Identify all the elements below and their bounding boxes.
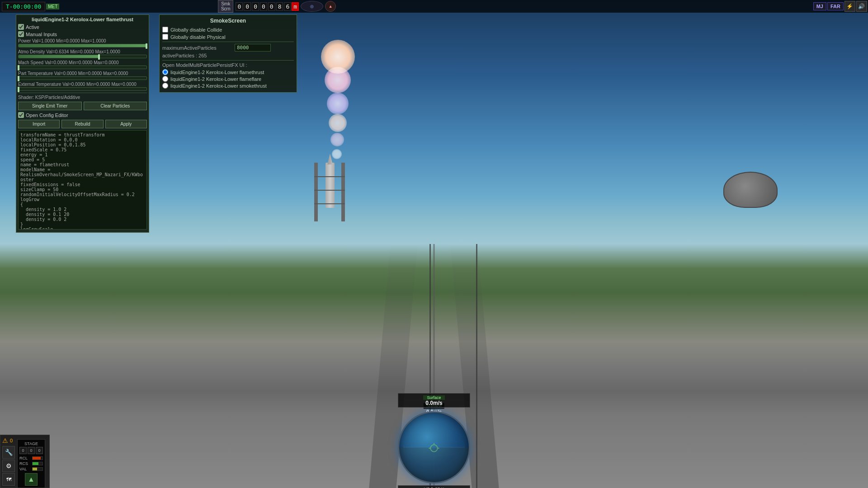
digit-6: 8 — [276, 2, 283, 11]
surface-mode-badge: Surface — [423, 395, 444, 400]
toolbar-icon-2[interactable]: 🔊 — [856, 1, 867, 12]
open-config-editor-label[interactable]: Open Config Editor — [18, 112, 68, 118]
warning-icon: ⚠ — [2, 437, 8, 444]
smk-scr-button[interactable]: Smk Scrn — [218, 0, 234, 13]
shader-label: Shader: KSP/Particles/Additive — [18, 95, 147, 100]
smoke-panel: SmokeScreen Globally disable Collide Glo… — [159, 14, 297, 93]
toolbar-icon-1[interactable]: ⚡ — [844, 1, 855, 12]
met-badge: MET — [46, 4, 59, 9]
smoke-divider-2 — [162, 60, 294, 61]
surface-speed: 0.0m/s — [398, 400, 470, 406]
active-checkbox-label[interactable]: Active — [18, 24, 39, 30]
resource-bar-val — [32, 467, 43, 471]
left-panel: liquidEngine1-2 Kerolox-Lower flamethrus… — [16, 14, 149, 233]
resource-bar-rcl — [32, 456, 43, 460]
active-particles-info: activeParticles : 265 — [162, 53, 294, 58]
max-particles-input[interactable] — [235, 44, 271, 52]
mach-speed-param-label: Mach Speed Val=0.0000 Min=0.0000 Max=0.0… — [18, 60, 147, 65]
nav-up-icon[interactable]: ▲ — [25, 473, 38, 486]
smoke-divider-1 — [162, 42, 294, 42]
digit-3: 0 — [252, 2, 259, 11]
top-bar: T-00:00:00 MET Smk Scrn 0 0 0 0 0 8 6 m … — [0, 0, 868, 13]
radio-flamethrust[interactable] — [162, 69, 168, 75]
power-slider[interactable] — [18, 44, 147, 47]
tool-icon-3[interactable]: 🗺 — [2, 473, 15, 486]
left-panel-title: liquidEngine1-2 Kerolox-Lower flamethrus… — [18, 17, 147, 22]
digit-4: 0 — [260, 2, 267, 11]
tool-icon-1[interactable]: 🔧 — [2, 446, 15, 459]
smoke-panel-title: SmokeScreen — [162, 18, 294, 24]
stage-num-2: 0 — [28, 447, 35, 454]
ext-temp-param-label: External Temperature Val=0.0000 Min=0.00… — [18, 82, 147, 87]
navball-sphere — [398, 411, 470, 483]
digit-2: 0 — [244, 2, 251, 11]
resource-bar-rcs — [32, 462, 43, 465]
digit-1: 0 — [236, 2, 243, 11]
warning-count: 0 — [10, 438, 13, 443]
part-temp-param-label: Part Temperature Val=0.0000 Min=0.0000 M… — [18, 71, 147, 76]
globally-disable-physical-checkbox[interactable] — [162, 34, 168, 40]
digit-5: 0 — [268, 2, 275, 11]
power-param-label: Power Val=1.0000 Min=0.0000 Max=1.0000 — [18, 38, 147, 43]
stage-label: STAGE — [19, 441, 43, 446]
ext-temp-slider[interactable] — [18, 87, 147, 91]
fuel-tank — [723, 172, 778, 208]
atmo-density-param-label: Atmo Density Val=0.6334 Min=0.0000 Max=1… — [18, 49, 147, 54]
clear-particles-button[interactable]: Clear Particles — [84, 102, 147, 110]
open-config-label: Open Config Editor — [26, 113, 68, 118]
rebuild-button[interactable]: Rebuild — [61, 120, 103, 128]
active-label: Active — [26, 24, 39, 30]
apply-button[interactable]: Apply — [105, 120, 147, 128]
tool-icon-2[interactable]: ⚙ — [2, 460, 15, 472]
resource-label-rcl: RCL — [19, 456, 32, 460]
altitude-gauge: ▲ — [325, 1, 336, 12]
launch-structure — [307, 163, 353, 235]
open-config-editor-checkbox[interactable] — [18, 112, 24, 118]
counter-display: 0 0 0 0 0 8 6 m — [235, 2, 299, 11]
max-particles-label: maximumActiveParticles — [162, 45, 235, 51]
atmo-density-slider[interactable] — [18, 55, 147, 58]
far-badge[interactable]: FAR — [827, 2, 844, 10]
radio-flamethrust-label: liquidEngine1-2 Kerolox-Lower flamethrus… — [170, 70, 264, 75]
radio-smokethrust[interactable] — [162, 83, 168, 89]
globally-disable-physical-label: Globally disable Physical — [170, 34, 226, 40]
import-button[interactable]: Import — [18, 120, 60, 128]
nav-ball: Surface 0.0m/s — [398, 411, 470, 483]
part-temp-slider[interactable] — [18, 76, 147, 80]
radio-flameflare-label: liquidEngine1-2 Kerolox-Lower flameflare — [170, 76, 261, 82]
manual-inputs-checkbox[interactable] — [18, 31, 24, 37]
single-emit-timer-button[interactable]: Single Emit Timer — [18, 102, 82, 110]
radio-flameflare[interactable] — [162, 76, 168, 82]
config-text-area[interactable]: transformName = thrustTransform localRot… — [18, 130, 147, 230]
stage-num-3: 0 — [36, 447, 43, 454]
globally-disable-collide-label: Globally disable Collide — [170, 27, 222, 33]
open-model-label: Open ModelMultiParticlePersistFX UI : — [162, 62, 294, 68]
divider-1 — [18, 93, 147, 93]
radio-smokethrust-label: liquidEngine1-2 Kerolox-Lower smokethrus… — [170, 83, 267, 89]
digit-7: 6 — [284, 2, 291, 11]
mj-badge[interactable]: MJ — [813, 2, 826, 10]
counter-unit: m — [292, 2, 299, 11]
active-checkbox[interactable] — [18, 24, 24, 30]
resource-label-rcs: RCS — [19, 461, 32, 466]
mach-speed-slider[interactable] — [18, 66, 147, 69]
stage-panel: STAGE 0 0 0 RCL RCS VAL ▲ — [17, 439, 45, 488]
timer-text: T-00:00:00 — [6, 3, 41, 10]
manual-inputs-label: Manual Inputs — [26, 32, 57, 37]
resource-label-val: VAL — [19, 467, 32, 471]
svg-rect-6 — [399, 447, 469, 482]
globally-disable-collide-checkbox[interactable] — [162, 27, 168, 33]
stage-num-1: 0 — [19, 447, 27, 454]
speed-gauge: ◎ — [301, 1, 323, 12]
manual-inputs-checkbox-label[interactable]: Manual Inputs — [18, 31, 57, 37]
config-editor-section: transformName = thrustTransform localRot… — [18, 130, 147, 230]
navball-grid-svg — [399, 413, 469, 482]
timer-display: T-00:00:00 — [2, 2, 45, 11]
